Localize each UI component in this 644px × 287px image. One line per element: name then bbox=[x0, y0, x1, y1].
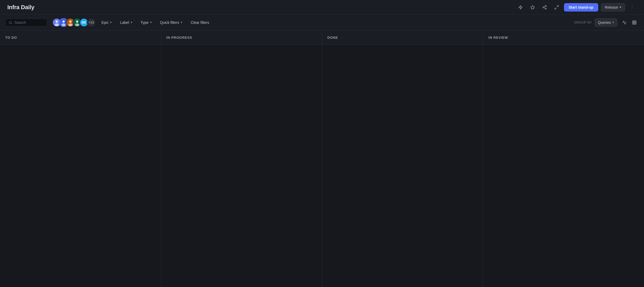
svg-rect-25 bbox=[632, 21, 636, 24]
share-icon bbox=[542, 5, 547, 10]
view-icons-group bbox=[620, 18, 639, 27]
svg-point-18 bbox=[61, 23, 66, 26]
column-todo-header: TO DO bbox=[0, 30, 161, 45]
svg-point-21 bbox=[68, 23, 72, 26]
clear-filters-label: Clear filters bbox=[191, 20, 209, 25]
star-icon bbox=[530, 5, 535, 10]
search-box bbox=[5, 19, 47, 26]
app-header: Infra Daily Start stand-up Re bbox=[0, 0, 644, 15]
chart-view-button[interactable] bbox=[620, 18, 629, 27]
start-standup-button[interactable]: Start stand-up bbox=[564, 3, 598, 12]
column-todo: TO DO bbox=[0, 30, 161, 287]
bolt-icon bbox=[518, 5, 523, 10]
type-filter-label: Type bbox=[141, 20, 149, 25]
table-view-button[interactable] bbox=[630, 18, 639, 27]
queries-dropdown-button[interactable]: Queries ▾ bbox=[595, 18, 617, 27]
svg-line-4 bbox=[544, 8, 545, 8]
chart-icon bbox=[622, 20, 627, 25]
header-right: Start stand-up Release ▾ bbox=[516, 3, 637, 12]
type-filter-button[interactable]: Type ▾ bbox=[138, 19, 154, 26]
column-in-progress-header: IN PROGRESS bbox=[161, 30, 322, 45]
epic-chevron-icon: ▾ bbox=[110, 21, 112, 24]
label-chevron-icon: ▾ bbox=[131, 21, 132, 24]
label-filter-label: Label bbox=[120, 20, 129, 25]
column-done: DONE bbox=[322, 30, 483, 287]
svg-marker-0 bbox=[530, 5, 534, 9]
svg-point-10 bbox=[632, 8, 632, 8]
quick-filters-label: Quick filters bbox=[160, 20, 179, 25]
column-in-progress-body bbox=[161, 45, 322, 287]
release-chevron-icon: ▾ bbox=[620, 5, 621, 9]
avatar-count[interactable]: +13 bbox=[87, 18, 96, 27]
column-done-title: DONE bbox=[327, 36, 338, 40]
svg-point-17 bbox=[63, 20, 65, 23]
toolbar: BK +13 Epic ▾ Label ▾ Type ▾ Quick filte… bbox=[0, 15, 644, 30]
column-in-progress-title: IN PROGRESS bbox=[166, 36, 192, 40]
column-done-header: DONE bbox=[322, 30, 483, 45]
column-in-review-header: IN REVIEW bbox=[483, 30, 644, 45]
svg-point-14 bbox=[56, 20, 58, 23]
star-icon-button[interactable] bbox=[528, 3, 537, 12]
queries-label: Queries bbox=[598, 20, 611, 25]
column-done-body bbox=[322, 45, 483, 287]
svg-point-23 bbox=[76, 20, 78, 23]
expand-icon bbox=[554, 5, 559, 10]
column-in-progress: IN PROGRESS bbox=[161, 30, 322, 287]
epic-filter-label: Epic bbox=[101, 20, 109, 25]
svg-line-12 bbox=[11, 23, 12, 24]
search-icon bbox=[9, 21, 12, 24]
column-todo-body bbox=[0, 45, 161, 287]
svg-line-6 bbox=[557, 5, 558, 7]
svg-line-7 bbox=[555, 8, 556, 9]
expand-icon-button[interactable] bbox=[552, 3, 561, 12]
search-input[interactable] bbox=[14, 20, 41, 25]
quick-filters-button[interactable]: Quick filters ▾ bbox=[157, 19, 185, 26]
label-filter-button[interactable]: Label ▾ bbox=[117, 19, 135, 26]
header-left: Infra Daily bbox=[7, 4, 34, 11]
group-by-section: GROUP BY Queries ▾ bbox=[574, 18, 639, 27]
release-button[interactable]: Release ▾ bbox=[601, 3, 625, 12]
clear-filters-button[interactable]: Clear filters bbox=[188, 19, 212, 26]
avatar-group: BK +13 bbox=[52, 18, 96, 27]
more-options-button[interactable] bbox=[628, 3, 637, 12]
column-todo-title: TO DO bbox=[5, 36, 17, 40]
table-icon bbox=[632, 20, 637, 25]
svg-line-5 bbox=[544, 6, 545, 7]
release-label: Release bbox=[605, 5, 618, 9]
svg-point-15 bbox=[55, 23, 59, 26]
svg-point-8 bbox=[632, 5, 632, 6]
share-icon-button[interactable] bbox=[540, 3, 549, 12]
group-by-label: GROUP BY bbox=[574, 20, 592, 24]
svg-point-24 bbox=[75, 23, 79, 26]
column-in-review-body bbox=[483, 45, 644, 287]
bolt-icon-button[interactable] bbox=[516, 3, 525, 12]
board: TO DO IN PROGRESS DONE IN REVIEW bbox=[0, 30, 644, 287]
svg-point-20 bbox=[69, 20, 72, 23]
column-in-review-title: IN REVIEW bbox=[488, 36, 508, 40]
quick-filters-chevron-icon: ▾ bbox=[181, 21, 182, 24]
svg-point-9 bbox=[632, 7, 632, 7]
app-title: Infra Daily bbox=[7, 4, 34, 11]
epic-filter-button[interactable]: Epic ▾ bbox=[99, 19, 114, 26]
type-chevron-icon: ▾ bbox=[150, 21, 152, 24]
more-icon bbox=[630, 4, 635, 9]
column-in-review: IN REVIEW bbox=[483, 30, 644, 287]
queries-chevron-icon: ▾ bbox=[612, 21, 614, 24]
